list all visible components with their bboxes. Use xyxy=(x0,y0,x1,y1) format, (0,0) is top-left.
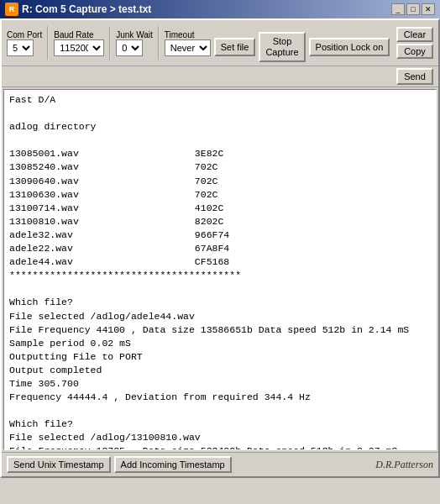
position-lock-button[interactable]: Position Lock on xyxy=(309,38,390,56)
timeout-group: Timeout Never xyxy=(165,30,211,56)
terminal-text: Fast D/A adlog directory 13085001.wav 3E… xyxy=(9,93,431,450)
separator-2 xyxy=(109,26,111,60)
set-file-button[interactable]: Set file xyxy=(214,38,256,56)
clear-button[interactable]: Clear xyxy=(396,27,433,42)
toolbar: Com Port 5 Baud Rate 115200 Junk Wait 0 xyxy=(2,20,438,66)
baud-rate-select[interactable]: 115200 xyxy=(54,39,104,56)
add-incoming-timestamp-button[interactable]: Add Incoming Timestamp xyxy=(114,456,232,473)
com-port-select[interactable]: 5 xyxy=(7,39,34,56)
bottom-bar: Send Unix Timestamp Add Incoming Timesta… xyxy=(2,452,438,476)
main-window: Com Port 5 Baud Rate 115200 Junk Wait 0 xyxy=(0,18,440,478)
separator-3 xyxy=(158,26,160,60)
copy-button[interactable]: Copy xyxy=(396,44,433,59)
close-button[interactable]: ✕ xyxy=(422,3,435,15)
minimize-button[interactable]: _ xyxy=(391,3,405,15)
maximize-button[interactable]: □ xyxy=(406,3,420,15)
timeout-label: Timeout xyxy=(165,30,211,39)
separator-1 xyxy=(47,26,49,60)
timestamp-buttons: Send Unix Timestamp Add Incoming Timesta… xyxy=(7,456,232,473)
terminal-output[interactable]: Fast D/A adlog directory 13085001.wav 3E… xyxy=(3,89,437,450)
send-unix-timestamp-button[interactable]: Send Unix Timestamp xyxy=(7,456,111,473)
timeout-select[interactable]: Never xyxy=(165,39,211,56)
window-title: R: Com 5 Capture > test.txt xyxy=(22,3,151,15)
app-icon: R xyxy=(5,3,18,16)
baud-rate-group: Baud Rate 115200 xyxy=(54,30,104,56)
junk-wait-group: Junk Wait 0 xyxy=(116,30,153,56)
right-buttons: Clear Copy xyxy=(396,27,433,59)
stop-capture-button[interactable]: Stop Capture xyxy=(259,32,305,62)
baud-rate-label: Baud Rate xyxy=(54,30,104,39)
send-toolbar: Send xyxy=(2,66,438,87)
title-bar: R R: Com 5 Capture > test.txt _ □ ✕ xyxy=(0,0,440,18)
junk-wait-label: Junk Wait xyxy=(116,30,153,39)
stop-capture-label: Stop Capture xyxy=(265,36,298,57)
send-button[interactable]: Send xyxy=(396,68,433,85)
com-port-group: Com Port 5 xyxy=(7,30,42,56)
com-port-label: Com Port xyxy=(7,30,42,39)
attribution-text: D.R.Patterson xyxy=(375,459,433,471)
junk-wait-select[interactable]: 0 xyxy=(116,39,143,56)
